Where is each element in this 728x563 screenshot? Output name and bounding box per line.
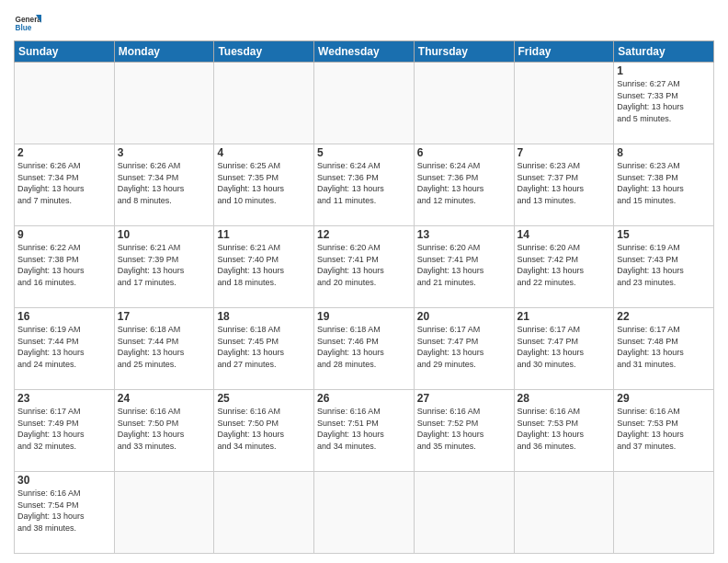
day-number: 6	[417, 146, 511, 159]
day-info: Sunrise: 6:16 AM Sunset: 7:52 PM Dayligh…	[417, 406, 511, 452]
day-cell: 16Sunrise: 6:19 AM Sunset: 7:44 PM Dayli…	[15, 308, 115, 390]
day-cell: 28Sunrise: 6:16 AM Sunset: 7:53 PM Dayli…	[514, 390, 614, 472]
day-info: Sunrise: 6:25 AM Sunset: 7:35 PM Dayligh…	[217, 160, 311, 206]
day-number: 15	[617, 228, 711, 241]
day-cell: 5Sunrise: 6:24 AM Sunset: 7:36 PM Daylig…	[314, 144, 415, 226]
day-number: 25	[217, 392, 311, 405]
day-cell: 22Sunrise: 6:17 AM Sunset: 7:48 PM Dayli…	[614, 308, 714, 390]
day-cell	[15, 63, 115, 144]
day-info: Sunrise: 6:16 AM Sunset: 7:50 PM Dayligh…	[217, 406, 311, 452]
day-number: 5	[317, 146, 411, 159]
day-number: 17	[118, 310, 211, 323]
day-number: 11	[217, 228, 311, 241]
day-info: Sunrise: 6:26 AM Sunset: 7:34 PM Dayligh…	[118, 160, 211, 206]
day-info: Sunrise: 6:23 AM Sunset: 7:37 PM Dayligh…	[518, 160, 611, 206]
day-number: 29	[617, 392, 711, 405]
day-cell: 20Sunrise: 6:17 AM Sunset: 7:47 PM Dayli…	[414, 308, 514, 390]
day-info: Sunrise: 6:20 AM Sunset: 7:41 PM Dayligh…	[417, 242, 511, 288]
day-info: Sunrise: 6:18 AM Sunset: 7:46 PM Dayligh…	[317, 324, 411, 370]
day-number: 16	[17, 310, 111, 323]
day-number: 2	[17, 146, 111, 159]
day-number: 26	[317, 392, 411, 405]
day-info: Sunrise: 6:24 AM Sunset: 7:36 PM Dayligh…	[317, 160, 411, 206]
day-info: Sunrise: 6:16 AM Sunset: 7:54 PM Dayligh…	[17, 488, 111, 534]
week-row-5: 30Sunrise: 6:16 AM Sunset: 7:54 PM Dayli…	[15, 472, 714, 554]
day-number: 4	[217, 146, 311, 159]
day-info: Sunrise: 6:16 AM Sunset: 7:53 PM Dayligh…	[518, 406, 611, 452]
day-cell: 23Sunrise: 6:17 AM Sunset: 7:49 PM Dayli…	[15, 390, 115, 472]
week-row-4: 23Sunrise: 6:17 AM Sunset: 7:49 PM Dayli…	[15, 390, 714, 472]
day-cell: 10Sunrise: 6:21 AM Sunset: 7:39 PM Dayli…	[114, 226, 214, 308]
weekday-sunday: Sunday	[15, 41, 115, 63]
day-cell	[214, 63, 314, 144]
day-info: Sunrise: 6:19 AM Sunset: 7:43 PM Dayligh…	[617, 242, 711, 288]
day-cell: 24Sunrise: 6:16 AM Sunset: 7:50 PM Dayli…	[114, 390, 214, 472]
day-info: Sunrise: 6:19 AM Sunset: 7:44 PM Dayligh…	[17, 324, 111, 370]
weekday-monday: Monday	[114, 41, 214, 63]
day-cell: 11Sunrise: 6:21 AM Sunset: 7:40 PM Dayli…	[214, 226, 314, 308]
day-number: 12	[317, 228, 411, 241]
day-cell: 6Sunrise: 6:24 AM Sunset: 7:36 PM Daylig…	[414, 144, 514, 226]
day-info: Sunrise: 6:23 AM Sunset: 7:38 PM Dayligh…	[617, 160, 711, 206]
day-cell	[414, 472, 514, 554]
weekday-saturday: Saturday	[614, 41, 714, 63]
day-cell: 9Sunrise: 6:22 AM Sunset: 7:38 PM Daylig…	[15, 226, 115, 308]
logo: General Blue	[14, 9, 41, 37]
day-cell	[214, 472, 314, 554]
day-info: Sunrise: 6:22 AM Sunset: 7:38 PM Dayligh…	[17, 242, 111, 288]
day-number: 21	[518, 310, 611, 323]
day-number: 20	[417, 310, 511, 323]
calendar-table: SundayMondayTuesdayWednesdayThursdayFrid…	[14, 40, 714, 554]
logo-icon: General Blue	[14, 9, 41, 37]
day-cell: 8Sunrise: 6:23 AM Sunset: 7:38 PM Daylig…	[614, 144, 714, 226]
day-info: Sunrise: 6:20 AM Sunset: 7:42 PM Dayligh…	[518, 242, 611, 288]
day-number: 9	[17, 228, 111, 241]
day-info: Sunrise: 6:24 AM Sunset: 7:36 PM Dayligh…	[417, 160, 511, 206]
weekday-thursday: Thursday	[414, 41, 514, 63]
day-cell	[614, 472, 714, 554]
day-info: Sunrise: 6:16 AM Sunset: 7:53 PM Dayligh…	[617, 406, 711, 452]
day-info: Sunrise: 6:17 AM Sunset: 7:47 PM Dayligh…	[518, 324, 611, 370]
day-info: Sunrise: 6:27 AM Sunset: 7:33 PM Dayligh…	[617, 78, 711, 124]
week-row-1: 2Sunrise: 6:26 AM Sunset: 7:34 PM Daylig…	[15, 144, 714, 226]
day-cell: 19Sunrise: 6:18 AM Sunset: 7:46 PM Dayli…	[314, 308, 415, 390]
page: General Blue SundayMondayTuesdayWednesda…	[0, 0, 728, 563]
day-number: 1	[617, 64, 711, 77]
day-cell: 17Sunrise: 6:18 AM Sunset: 7:44 PM Dayli…	[114, 308, 214, 390]
weekday-wednesday: Wednesday	[314, 41, 415, 63]
svg-text:Blue: Blue	[16, 24, 32, 32]
day-cell	[514, 472, 614, 554]
day-number: 7	[518, 146, 611, 159]
day-number: 10	[118, 228, 211, 241]
day-cell: 29Sunrise: 6:16 AM Sunset: 7:53 PM Dayli…	[614, 390, 714, 472]
day-info: Sunrise: 6:26 AM Sunset: 7:34 PM Dayligh…	[17, 160, 111, 206]
day-cell: 27Sunrise: 6:16 AM Sunset: 7:52 PM Dayli…	[414, 390, 514, 472]
day-number: 8	[617, 146, 711, 159]
day-info: Sunrise: 6:18 AM Sunset: 7:44 PM Dayligh…	[118, 324, 211, 370]
day-cell: 21Sunrise: 6:17 AM Sunset: 7:47 PM Dayli…	[514, 308, 614, 390]
day-info: Sunrise: 6:17 AM Sunset: 7:48 PM Dayligh…	[617, 324, 711, 370]
week-row-2: 9Sunrise: 6:22 AM Sunset: 7:38 PM Daylig…	[15, 226, 714, 308]
day-info: Sunrise: 6:18 AM Sunset: 7:45 PM Dayligh…	[217, 324, 311, 370]
day-number: 3	[118, 146, 211, 159]
day-cell	[314, 472, 415, 554]
day-number: 30	[17, 474, 111, 487]
day-cell: 30Sunrise: 6:16 AM Sunset: 7:54 PM Dayli…	[15, 472, 115, 554]
day-cell: 26Sunrise: 6:16 AM Sunset: 7:51 PM Dayli…	[314, 390, 415, 472]
day-cell: 3Sunrise: 6:26 AM Sunset: 7:34 PM Daylig…	[114, 144, 214, 226]
weekday-friday: Friday	[514, 41, 614, 63]
day-number: 13	[417, 228, 511, 241]
day-cell: 2Sunrise: 6:26 AM Sunset: 7:34 PM Daylig…	[15, 144, 115, 226]
header: General Blue	[14, 9, 714, 37]
day-number: 22	[617, 310, 711, 323]
day-number: 24	[118, 392, 211, 405]
day-cell	[114, 63, 214, 144]
day-info: Sunrise: 6:16 AM Sunset: 7:50 PM Dayligh…	[118, 406, 211, 452]
day-info: Sunrise: 6:17 AM Sunset: 7:47 PM Dayligh…	[417, 324, 511, 370]
day-cell: 18Sunrise: 6:18 AM Sunset: 7:45 PM Dayli…	[214, 308, 314, 390]
weekday-header-row: SundayMondayTuesdayWednesdayThursdayFrid…	[15, 41, 714, 63]
day-info: Sunrise: 6:16 AM Sunset: 7:51 PM Dayligh…	[317, 406, 411, 452]
day-cell	[314, 63, 415, 144]
day-cell	[414, 63, 514, 144]
day-cell: 15Sunrise: 6:19 AM Sunset: 7:43 PM Dayli…	[614, 226, 714, 308]
